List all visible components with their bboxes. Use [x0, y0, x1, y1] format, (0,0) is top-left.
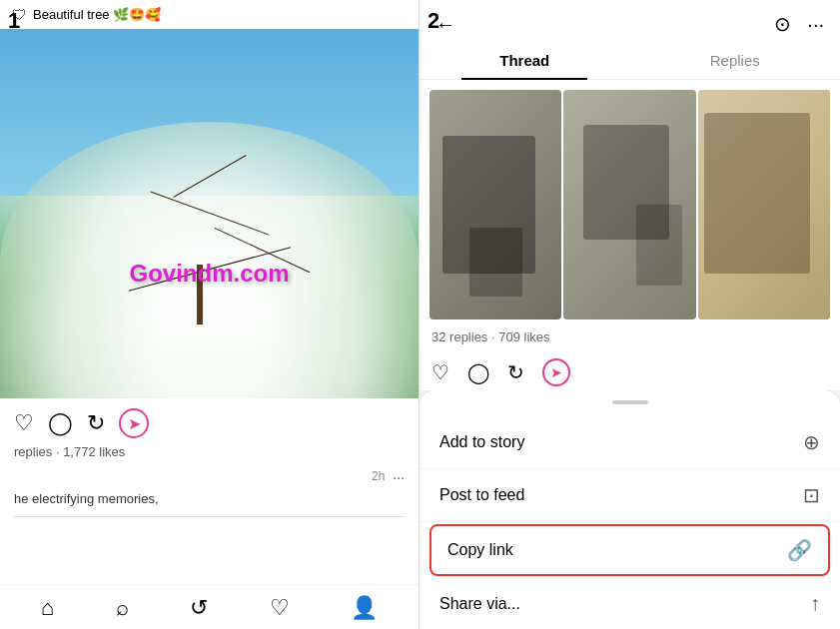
post-time: 2h	[372, 469, 385, 483]
more-options-icon[interactable]: ···	[393, 469, 405, 485]
copy-link-item[interactable]: Copy link 🔗	[429, 524, 830, 576]
search-icon[interactable]: ⌕	[116, 595, 129, 621]
post-to-feed-icon: ⊡	[803, 483, 820, 507]
add-to-story-label: Add to story	[439, 433, 524, 451]
send-icon: ➤	[128, 414, 141, 433]
instagram-icon[interactable]: ⊙	[774, 12, 791, 36]
thread-image-3	[698, 90, 830, 319]
thread-content: 32 replies · 709 likes ♡ ◯ ↻ ➤ 484 repli…	[420, 80, 840, 390]
post-to-feed-item[interactable]: Post to feed ⊡	[420, 469, 840, 522]
phone-screen-right: ← ⊙ ··· Thread Replies	[420, 0, 840, 629]
bottom-nav: ⌂ ⌕ ↺ ♡ 👤	[0, 584, 419, 629]
post-image: Govindm.com	[0, 29, 419, 398]
copy-link-icon: 🔗	[787, 538, 812, 562]
top-bar: ← ⊙ ···	[420, 0, 840, 42]
action-bar: ♡ ◯ ↻ ➤	[0, 398, 419, 442]
divider	[14, 516, 405, 517]
panel-number-1: 1	[8, 8, 20, 34]
add-to-story-icon: ⊕	[803, 430, 820, 454]
panel-left: 1 🛡 Beautiful tree 🌿🤩🥰	[0, 0, 420, 629]
post-caption-content: he electrifying memories,	[0, 491, 419, 512]
heart-icon[interactable]: ♡	[14, 410, 34, 436]
thread-stats-1: 32 replies · 709 likes	[420, 325, 840, 352]
thread-heart-icon[interactable]: ♡	[431, 360, 449, 384]
comment-icon[interactable]: ◯	[48, 410, 73, 436]
thread-repost-icon[interactable]: ↻	[507, 360, 524, 384]
more-options-button[interactable]: ···	[807, 13, 824, 36]
share-via-item[interactable]: Share via... ↑	[420, 578, 840, 629]
share-via-label: Share via...	[439, 595, 520, 613]
top-bar-right: ⊙ ···	[774, 12, 824, 36]
panel-number-2: 2	[427, 8, 439, 34]
tab-thread[interactable]: Thread	[420, 42, 630, 79]
panel-right: 2 ← ⊙ ··· Thread Replies	[420, 0, 840, 629]
stats-bar: replies · 1,772 likes	[0, 442, 419, 463]
post-area: 🛡 Beautiful tree 🌿🤩🥰 Govindm.com	[0, 0, 419, 584]
tab-replies[interactable]: Replies	[630, 42, 841, 79]
home-icon[interactable]: ⌂	[41, 595, 54, 621]
share-button[interactable]: ➤	[119, 408, 149, 438]
profile-icon[interactable]: 👤	[351, 595, 378, 621]
thread-image-1	[429, 90, 561, 319]
post-text-area: 2h ···	[0, 463, 419, 491]
repost-icon[interactable]: ↻	[87, 410, 105, 436]
images-grid	[429, 90, 830, 319]
post-to-feed-label: Post to feed	[439, 486, 524, 504]
likes-icon[interactable]: ♡	[270, 595, 290, 621]
caption-bar: 🛡 Beautiful tree 🌿🤩🥰	[0, 0, 419, 29]
watermark: Govindm.com	[129, 260, 289, 288]
post-caption-text: Beautiful tree 🌿🤩🥰	[33, 7, 161, 22]
add-to-story-item[interactable]: Add to story ⊕	[420, 416, 840, 469]
thread-actions: ♡ ◯ ↻ ➤	[420, 352, 840, 390]
thread-image-2	[563, 90, 695, 319]
tabs-bar: Thread Replies	[420, 42, 840, 80]
phone-screen-left: 🛡 Beautiful tree 🌿🤩🥰 Govindm.com	[0, 0, 419, 629]
activity-icon[interactable]: ↺	[190, 595, 208, 621]
thread-send-icon: ➤	[550, 364, 562, 380]
thread-share-button[interactable]: ➤	[542, 358, 570, 386]
bottom-sheet: Add to story ⊕ Post to feed ⊡ Copy link …	[420, 390, 840, 629]
copy-link-label: Copy link	[447, 541, 513, 559]
share-via-icon: ↑	[810, 592, 820, 615]
thread-comment-icon[interactable]: ◯	[467, 360, 489, 384]
sheet-drag-handle[interactable]	[612, 400, 648, 404]
